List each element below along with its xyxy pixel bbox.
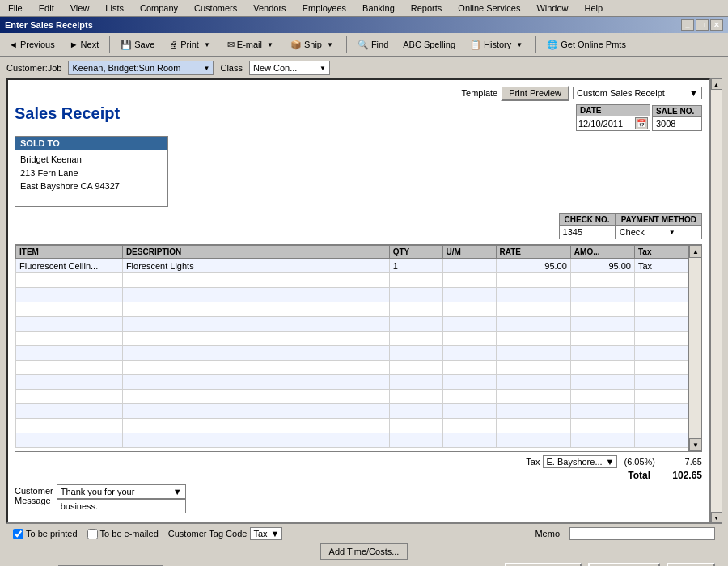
maximize-button[interactable]: □ [696,19,709,31]
class-value: New Con... [253,63,297,73]
sale-no-box: SALE NO. [652,105,702,131]
date-label: DATE [577,105,650,116]
side-scrollbar: ▲ ▼ [710,78,722,523]
print-arrow[interactable]: ▼ [201,39,213,51]
customer-tag-group: Customer Tag Code Tax ▼ [168,527,283,540]
table-row-empty[interactable] [16,375,688,390]
menu-employees[interactable]: Employees [298,2,351,15]
menu-banking[interactable]: Banking [358,2,400,15]
col-item: ITEM [16,246,123,259]
table-row-empty[interactable] [16,361,688,375]
table-row-empty[interactable] [16,419,688,433]
table-row-empty[interactable] [16,273,688,288]
menu-vendors[interactable]: Vendors [248,2,290,15]
print-preview-button[interactable]: Print Preview [501,85,569,101]
tax-amount: 7.65 [662,457,702,467]
ship-arrow[interactable]: ▼ [324,39,336,51]
payment-method-dropdown[interactable]: Check ▼ [616,226,701,239]
class-label: Class [220,63,243,73]
customer-job-value: Keenan, Bridget:Sun Room [72,63,180,73]
menu-bar: File Edit View Lists Company Customers V… [0,0,728,17]
sr-header: Sales Receipt DATE 📅 SALE NO. [15,104,702,131]
template-arrow: ▼ [689,88,698,98]
table-row[interactable]: Fluorescent Ceilin... Florescent Lights … [16,259,688,273]
table-row-empty[interactable] [16,346,688,361]
email-arrow[interactable]: ▼ [265,39,276,51]
find-button[interactable]: 🔍 Find [352,37,394,53]
customer-tag-arrow: ▼ [271,529,280,539]
sr-title: Sales Receipt [15,104,120,123]
next-button[interactable]: ► Next [64,37,105,52]
outer-layout: Template Print Preview Custom Sales Rece… [6,78,722,523]
scroll-up-button[interactable]: ▲ [689,245,702,258]
side-scroll-up-button[interactable]: ▲ [711,78,722,90]
template-row: Template Print Preview Custom Sales Rece… [15,85,702,101]
spelling-icon: ABC [403,40,421,49]
menu-customers[interactable]: Customers [189,2,242,15]
customer-message-dropdown[interactable]: Thank you for your ▼ [57,484,186,499]
menu-view[interactable]: View [66,2,95,15]
table-row-empty[interactable] [16,317,688,332]
menu-lists[interactable]: Lists [100,2,129,15]
memo-input[interactable] [569,527,715,540]
menu-edit[interactable]: Edit [34,2,59,15]
menu-window[interactable]: Window [531,2,573,15]
table-row-empty[interactable] [16,390,688,404]
payment-method-label: PAYMENT METHOD [616,214,701,226]
calendar-icon[interactable]: 📅 [635,117,648,129]
save-new-button[interactable]: Save & New [588,563,660,566]
separator-3 [535,36,536,53]
tax-location-dropdown[interactable]: E. Bayshore... ▼ [543,455,617,468]
to-be-printed-label[interactable]: To be printed [13,529,78,539]
get-online-button[interactable]: 🌐 Get Online Pmts [541,37,632,53]
customer-message-label: CustomerMessage [15,484,53,505]
save-button[interactable]: 💾 Save [115,37,160,53]
previous-button[interactable]: ◄ Previous [3,37,61,52]
side-scroll-down-button[interactable]: ▼ [711,512,722,523]
table-row-empty[interactable] [16,332,688,346]
customer-tag-dropdown[interactable]: Tax ▼ [250,527,282,540]
to-be-emailed-label[interactable]: To be e-mailed [87,529,159,539]
menu-reports[interactable]: Reports [406,2,447,15]
check-no-input[interactable] [560,226,608,239]
close-button[interactable]: ✕ [710,19,723,31]
date-sale-row: DATE 📅 SALE NO. [576,104,702,131]
class-dropdown[interactable]: New Con... ▼ [249,61,330,75]
history-button[interactable]: 📋 History ▼ [464,36,531,53]
menu-file[interactable]: File [3,2,28,15]
online-icon: 🌐 [547,40,558,50]
save-close-button[interactable]: Save & Close [505,563,582,566]
table-row-empty[interactable] [16,302,688,317]
table-header-row: ITEM DESCRIPTION QTY U/M RATE AMO... Tax [16,246,688,259]
sold-to-box: SOLD TO Bridget Keenan 213 Fern Lane Eas… [15,136,168,207]
menu-help[interactable]: Help [580,2,608,15]
sold-to-header: SOLD TO [15,137,167,150]
menu-company[interactable]: Company [135,2,183,15]
table-row-empty[interactable] [16,288,688,302]
print-button[interactable]: 🖨 Print ▼ [163,36,218,53]
add-time-costs-button[interactable]: Add Time/Costs... [320,543,408,560]
to-be-printed-checkbox[interactable] [13,529,23,539]
spelling-button[interactable]: ABC Spelling [397,37,461,52]
customer-message-row: CustomerMessage Thank you for your ▼ bus… [15,484,702,513]
table-scrollbar: ▲ ▼ [688,245,701,451]
scroll-track [689,258,701,438]
scroll-down-button[interactable]: ▼ [689,438,702,451]
revert-button[interactable]: Revert [667,563,715,566]
history-arrow[interactable]: ▼ [514,39,525,51]
minimize-button[interactable]: _ [681,19,694,31]
customer-job-dropdown[interactable]: Keenan, Bridget:Sun Room ▼ [68,61,214,75]
table-row-empty[interactable] [16,433,688,448]
to-be-emailed-checkbox[interactable] [87,529,98,539]
ship-button[interactable]: 📦 Ship ▼ [285,36,341,53]
save-icon: 💾 [121,40,132,50]
cell-amount: 95.00 [570,259,634,273]
template-dropdown[interactable]: Custom Sales Receipt ▼ [573,87,702,99]
date-input[interactable] [578,119,635,129]
menu-online-services[interactable]: Online Services [453,2,525,15]
message-dropdown-arrow: ▼ [173,487,182,496]
email-button[interactable]: ✉ E-mail ▼ [222,36,281,53]
sale-no-input[interactable] [653,117,701,130]
message-dropdown-value: Thank you for your [61,487,135,496]
table-row-empty[interactable] [16,404,688,419]
